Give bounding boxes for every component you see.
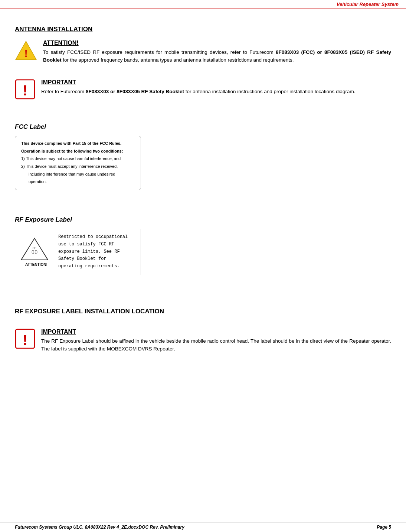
rf-label-text: Restricted to occupational use to satisf… [58,234,128,270]
fcc-line-6: operation. [21,178,135,185]
page-container: Vehicular Repeater System ANTENNA INSTAL… [0,0,406,532]
fcc-line-1: This device complies with Part 15 of the… [21,140,135,147]
main-content: ANTENNA INSTALLATION ! ATTENTION! To sat… [0,9,406,384]
svg-text:RF: RF [33,246,37,249]
rf-label-box: ((·)) RF ATTENTION! Restricted to occupa… [15,229,141,275]
rf-exposure-label-section: RF Exposure Label ((·)) RF ATTENTION! Re… [15,216,391,275]
important-title-1: IMPORTANT [41,79,391,86]
attention-content: ATTENTION! To satisfy FCC/ISED RF exposu… [43,40,391,64]
fcc-label-section: FCC Label This device complies with Part… [15,123,391,190]
antenna-installation-heading: ANTENNA INSTALLATION [15,26,391,33]
footer-right: Page 5 [377,525,391,530]
svg-text:!: ! [24,48,28,59]
svg-text:!: ! [23,83,27,98]
footer-left: Futurecom Systems Group ULC. 8A083X22 Re… [15,525,184,530]
fcc-line-2: Operation is subject to the following tw… [21,148,135,155]
important-content-1: IMPORTANT Refer to Futurecom 8F083X03 or… [41,79,391,96]
fcc-line-4: 2) This device must accept any interfere… [21,163,135,170]
important-icon-1: ! [15,79,35,99]
antenna-installation-section: ANTENNA INSTALLATION ! ATTENTION! To sat… [15,26,391,99]
rf-exposure-label-heading: RF Exposure Label [15,216,391,223]
important-title-2: IMPORTANT [41,329,391,335]
rf-exposure-location-section: RF EXPOSURE LABEL INSTALLATION LOCATION … [15,308,391,353]
rf-label-icon: ((·)) RF ATTENTION! [20,237,53,267]
fcc-line-3: 1) This device may not cause harmful int… [21,155,135,162]
svg-text:((·)): ((·)) [32,250,37,254]
page-footer: Futurecom Systems Group ULC. 8A083X22 Re… [0,522,406,532]
important-notice-2: ! IMPORTANT The RF Exposure Label should… [15,329,391,353]
attention-title: ATTENTION! [43,40,391,46]
important-icon-2: ! [15,329,35,349]
rf-attention-label: ATTENTION! [20,262,53,267]
fcc-line-5: including interference that may cause un… [21,171,135,178]
header-title: Vehicular Repeater System [337,1,399,7]
fcc-label-heading: FCC Label [15,123,391,131]
important-notice-1: ! IMPORTANT Refer to Futurecom 8F083X03 … [15,79,391,99]
attention-icon: ! [15,40,37,62]
important-content-2: IMPORTANT The RF Exposure Label should b… [41,329,391,353]
important-text-2: The RF Exposure Label should be affixed … [41,337,391,353]
svg-text:!: ! [23,332,27,348]
rf-exposure-location-heading: RF EXPOSURE LABEL INSTALLATION LOCATION [15,308,391,315]
fcc-label-box: This device complies with Part 15 of the… [15,136,141,190]
attention-text: To satisfy FCC/ISED RF exposure requirem… [43,49,391,64]
page-header: Vehicular Repeater System [0,0,406,9]
attention-notice: ! ATTENTION! To satisfy FCC/ISED RF expo… [15,40,391,64]
important-text-1: Refer to Futurecom 8F083X03 or 8F083X05 … [41,88,391,96]
